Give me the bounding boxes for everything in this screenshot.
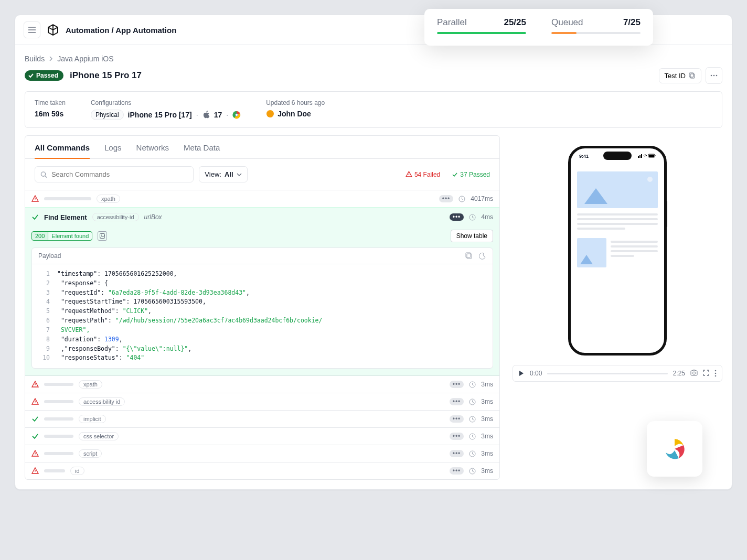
os-version: 17 [214, 111, 222, 119]
fullscreen-icon[interactable] [703, 370, 709, 376]
svg-rect-14 [467, 254, 472, 259]
svg-point-30 [715, 370, 717, 372]
svg-point-31 [715, 373, 717, 374]
svg-point-29 [693, 372, 696, 374]
check-icon [31, 415, 39, 423]
more-vert-icon[interactable] [714, 370, 717, 377]
warn-icon [405, 171, 412, 178]
row-menu[interactable]: ••• [450, 213, 464, 221]
row-menu[interactable]: ••• [450, 433, 464, 440]
warn-icon [31, 467, 39, 475]
info-time-value: 16m 59s [35, 110, 66, 118]
locator-tag: script [79, 449, 102, 458]
command-row[interactable]: xpath •••3ms [25, 375, 499, 393]
row-menu[interactable]: ••• [439, 195, 454, 202]
tab-all-commands[interactable]: All Commands [35, 143, 90, 158]
apple-icon [202, 111, 210, 119]
command-row[interactable]: script •••3ms [25, 445, 499, 462]
phone-status-icons [638, 154, 656, 159]
locator-tag: xpath [97, 195, 120, 203]
tab-networks[interactable]: Networks [136, 143, 169, 158]
clock-icon [469, 468, 476, 475]
svg-rect-23 [639, 155, 641, 158]
copy-icon [689, 72, 696, 79]
check-icon [28, 72, 34, 79]
tab-meta-data[interactable]: Meta Data [184, 143, 220, 158]
info-updated-label: Updated 6 hours ago [266, 99, 325, 106]
command-row[interactable]: accessibility id •••3ms [25, 393, 499, 410]
test-id-button[interactable]: Test ID [659, 68, 701, 83]
swirl-icon [660, 435, 689, 463]
clock-icon [469, 433, 476, 440]
search-input-wrap[interactable] [35, 166, 194, 182]
menu-button[interactable] [24, 21, 40, 38]
preview-thumb [577, 238, 606, 267]
clock-icon [469, 381, 476, 388]
breadcrumb-root[interactable]: Builds [25, 55, 45, 63]
response-label: Element found [48, 232, 92, 240]
command-row[interactable]: css selector •••3ms [25, 427, 499, 445]
svg-rect-15 [466, 253, 471, 257]
svg-point-32 [715, 375, 717, 377]
status-parallel-label: Parallel [437, 17, 467, 28]
svg-point-9 [41, 171, 45, 176]
warn-icon [31, 398, 39, 405]
status-queued: Queued 7/25 [551, 17, 641, 34]
status-parallel: Parallel 25/25 [437, 17, 526, 34]
info-time: Time taken 16m 59s [35, 99, 66, 118]
response-pill: 200 Element found [31, 231, 92, 241]
failed-count: 54 Failed [405, 171, 440, 178]
chevron-down-icon [237, 173, 242, 176]
command-row[interactable]: xpath ••• 4017ms [25, 190, 499, 207]
camera-icon[interactable] [690, 370, 698, 376]
more-button[interactable] [706, 67, 722, 84]
row-duration: 3ms [481, 467, 493, 475]
row-menu[interactable]: ••• [450, 398, 464, 405]
row-menu[interactable]: ••• [450, 450, 464, 457]
warn-icon [31, 195, 39, 202]
tab-logs[interactable]: Logs [104, 143, 122, 158]
video-player: 0:00 2:25 [513, 365, 722, 382]
info-updated: Updated 6 hours ago John Doe [266, 99, 325, 118]
breadcrumb-item[interactable]: Java Appium iOS [57, 55, 113, 63]
check-icon [31, 213, 39, 221]
video-duration: 2:25 [673, 370, 685, 377]
header-title: Automation / App Automation [66, 26, 176, 35]
row-duration: 3ms [481, 450, 493, 457]
check-icon [31, 433, 39, 440]
search-input[interactable] [51, 170, 188, 178]
info-time-label: Time taken [35, 99, 66, 106]
locator-tag: xpath [79, 380, 102, 389]
svg-point-2 [711, 75, 712, 77]
show-table-button[interactable]: Show table [451, 230, 493, 242]
status-badge: Passed [25, 70, 63, 81]
status-card: Parallel 25/25 Queued 7/25 [424, 9, 653, 46]
view-dropdown[interactable]: View: All [199, 166, 247, 182]
svg-rect-22 [638, 156, 639, 158]
search-icon [40, 171, 47, 178]
row-duration: 4ms [481, 213, 493, 221]
row-menu[interactable]: ••• [450, 415, 464, 423]
row-menu[interactable]: ••• [450, 467, 464, 475]
payload-title: Payload [38, 252, 61, 260]
info-card: Time taken 16m 59s Configurations Physic… [25, 91, 722, 128]
command-row[interactable]: implicit •••3ms [25, 410, 499, 427]
breadcrumb: Builds Java Appium iOS [25, 55, 722, 63]
copy-icon[interactable] [465, 252, 473, 260]
command-row-expanded: Find Element accessibility-id urlBox •••… [25, 207, 499, 375]
theme-icon[interactable] [479, 252, 486, 260]
user-name: John Doe [278, 110, 311, 118]
floating-widget[interactable] [647, 421, 702, 477]
command-row[interactable]: id •••3ms [25, 462, 499, 479]
svg-point-13 [101, 235, 102, 236]
play-icon[interactable] [518, 370, 525, 376]
row-duration: 3ms [481, 415, 493, 423]
video-track[interactable] [547, 373, 667, 374]
response-code: 200 [32, 232, 48, 240]
clock-icon [469, 416, 476, 423]
preview-image [577, 171, 658, 208]
screenshot-icon[interactable] [98, 231, 107, 241]
clock-icon [469, 450, 476, 457]
payload-code[interactable]: 1"timestamp": 1705665601625252000, 2 "re… [32, 264, 493, 368]
row-menu[interactable]: ••• [450, 381, 464, 388]
